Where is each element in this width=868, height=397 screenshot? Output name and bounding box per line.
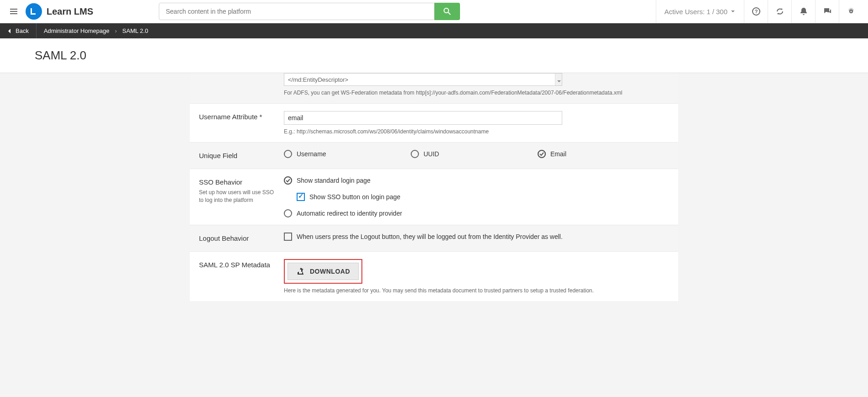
breadcrumb-current: SAML 2.0 <box>122 27 148 34</box>
radio-auto-redirect[interactable]: Automatic redirect to identity provider <box>284 209 669 217</box>
radio-checked-icon <box>538 150 546 158</box>
svg-text:?: ? <box>754 9 758 14</box>
radio-auto-redirect-label: Automatic redirect to identity provider <box>297 210 402 217</box>
radio-show-standard-label: Show standard login page <box>297 177 371 184</box>
messages-button[interactable] <box>815 0 839 23</box>
username-attr-input[interactable] <box>284 111 562 125</box>
download-button[interactable]: DOWNLOAD <box>288 263 359 280</box>
section-unique-field: Unique Field Username UUID Email <box>190 143 678 169</box>
username-attr-help: E.g.: http://schemas.microsoft.com/ws/20… <box>284 128 669 135</box>
logo-text: Learn LMS <box>47 6 93 17</box>
help-button[interactable]: ? <box>744 0 768 23</box>
help-icon: ? <box>752 7 761 16</box>
active-users-label: Active Users: <box>664 8 705 16</box>
top-header: Learn LMS Active Users: 1 / 300 ? <box>0 0 868 23</box>
download-button-label: DOWNLOAD <box>310 268 350 275</box>
caret-down-icon <box>730 9 736 14</box>
export-icon <box>296 267 305 276</box>
settings-button[interactable] <box>839 0 863 23</box>
svg-point-5 <box>284 177 292 184</box>
radio-checked-icon <box>284 176 292 185</box>
hamburger-icon <box>9 7 18 16</box>
refresh-button[interactable] <box>768 0 791 23</box>
radio-uuid-label: UUID <box>424 150 439 158</box>
caret-down-icon <box>556 78 562 85</box>
logo[interactable]: Learn LMS <box>26 3 93 20</box>
breadcrumb: Administrator Homepage › SAML 2.0 <box>37 27 148 34</box>
radio-icon <box>411 150 419 158</box>
logo-icon <box>26 3 42 20</box>
sub-header: Back Administrator Homepage › SAML 2.0 <box>0 23 868 38</box>
section-username-attribute: Username Attribute * E.g.: http://schema… <box>190 104 678 143</box>
back-button[interactable]: Back <box>6 23 37 38</box>
section-sp-metadata: SAML 2.0 SP Metadata DOWNLOAD Here is th… <box>190 252 678 301</box>
svg-point-4 <box>538 150 545 158</box>
checkbox-show-sso-label: Show SSO button on login page <box>309 193 400 201</box>
chevron-left-icon <box>6 28 13 34</box>
radio-show-standard-login[interactable]: Show standard login page <box>284 176 669 185</box>
notifications-button[interactable] <box>791 0 815 23</box>
sp-metadata-label: SAML 2.0 SP Metadata <box>199 261 284 269</box>
sso-behavior-sublabel: Set up how users will use SSO to log int… <box>199 189 277 204</box>
radio-username[interactable]: Username <box>284 150 411 158</box>
menu-button[interactable] <box>5 3 22 20</box>
sso-behavior-label: SSO Behavior <box>199 178 284 186</box>
section-idp-metadata: </md:EntityDescriptor> For ADFS, you can… <box>190 73 678 104</box>
breadcrumb-admin-home[interactable]: Administrator Homepage <box>44 27 110 34</box>
sp-metadata-help: Here is the metadata generated for you. … <box>284 287 669 294</box>
idp-metadata-value: </md:EntityDescriptor> <box>288 76 348 83</box>
bell-icon <box>799 7 808 16</box>
active-users-dropdown[interactable]: Active Users: 1 / 300 <box>656 0 744 23</box>
chevron-right-icon: › <box>115 27 117 34</box>
radio-email-label: Email <box>550 150 566 158</box>
title-area: SAML 2.0 <box>0 38 868 73</box>
search-icon <box>443 7 452 16</box>
form-container: </md:EntityDescriptor> For ADFS, you can… <box>112 73 756 301</box>
username-attr-label: Username Attribute * <box>199 113 284 121</box>
radio-email[interactable]: Email <box>538 150 664 158</box>
section-sso-behavior: SSO Behavior Set up how users will use S… <box>190 169 678 225</box>
checkbox-show-sso-button[interactable]: Show SSO button on login page <box>297 193 669 201</box>
search-bar <box>159 3 460 20</box>
radio-username-label: Username <box>297 150 326 158</box>
header-right: Active Users: 1 / 300 ? <box>656 0 863 23</box>
checkbox-logout-idp-label: When users press the Logout button, they… <box>297 233 563 240</box>
idp-metadata-help: For ADFS, you can get WS-Federation meta… <box>284 90 669 96</box>
active-users-count: 1 / 300 <box>706 8 727 16</box>
checkbox-checked-icon <box>297 193 305 201</box>
chat-icon <box>823 7 832 16</box>
radio-uuid[interactable]: UUID <box>411 150 538 158</box>
section-logout-behavior: Logout Behavior When users press the Log… <box>190 225 678 252</box>
idp-metadata-textarea[interactable]: </md:EntityDescriptor> <box>284 73 562 86</box>
radio-icon <box>284 209 292 217</box>
download-highlight: DOWNLOAD <box>284 259 362 284</box>
logout-behavior-label: Logout Behavior <box>199 234 284 242</box>
checkbox-icon <box>284 233 292 241</box>
radio-icon <box>284 150 292 158</box>
gear-icon <box>847 7 856 16</box>
search-input[interactable] <box>159 3 434 20</box>
textarea-scrollbar[interactable] <box>555 74 562 85</box>
refresh-icon <box>775 7 784 16</box>
svg-point-0 <box>444 8 449 13</box>
back-label: Back <box>16 27 29 34</box>
unique-field-label: Unique Field <box>199 152 284 159</box>
page-title: SAML 2.0 <box>35 48 868 63</box>
checkbox-logout-idp[interactable]: When users press the Logout button, they… <box>284 233 669 241</box>
search-button[interactable] <box>434 3 460 20</box>
